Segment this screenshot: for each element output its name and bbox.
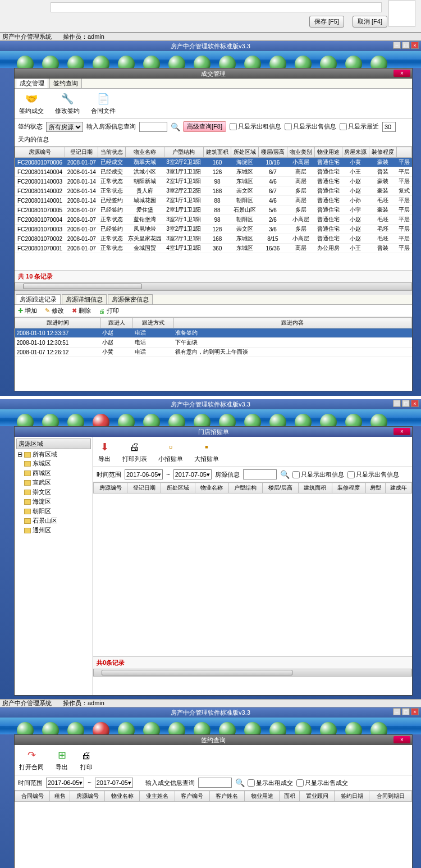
col-header[interactable]: 房源编号: [94, 483, 127, 494]
table-row[interactable]: FC2008011400042008-01-14已经成交洪城小区3室1厅1卫1阳…: [15, 167, 412, 177]
col-header[interactable]: 户型结构: [164, 147, 204, 158]
col-header[interactable]: 户型结构: [228, 483, 262, 494]
table-row[interactable]: 2008-01-07 12:26:12小黄电话很有意向，约到明天上午面谈: [15, 348, 412, 357]
info-input[interactable]: [243, 469, 277, 479]
small-poster-button[interactable]: ▫小招贴单: [156, 439, 185, 464]
export-button[interactable]: ⬇导出: [95, 439, 113, 464]
col-header[interactable]: 置业顾问: [300, 791, 335, 802]
add-button[interactable]: ✚增加: [18, 307, 37, 315]
sign-deal-button[interactable]: 🤝 签约成交: [17, 91, 46, 116]
table-row[interactable]: FC2008010700062008-01-07已经成交翡翠天域3室2厅2卫1阳…: [15, 158, 412, 167]
date-from[interactable]: 2017-06-05 ▾: [125, 469, 163, 479]
minimize-icon[interactable]: –: [393, 400, 401, 407]
tree-node[interactable]: 海淀区: [16, 497, 91, 506]
contract-file-button[interactable]: 📄 合同文件: [89, 91, 118, 116]
close-icon[interactable]: ×: [411, 42, 419, 49]
col-header[interactable]: 物业名称: [126, 147, 164, 158]
chk-rent[interactable]: 只显示出租信息: [230, 122, 281, 131]
print-button[interactable]: 🖨打印: [77, 747, 95, 773]
search-icon[interactable]: 🔍: [280, 470, 289, 479]
close-icon[interactable]: ×: [393, 70, 410, 77]
tab-secret[interactable]: 房源保密信息: [108, 294, 153, 304]
close-icon[interactable]: ×: [393, 428, 410, 435]
tree-node[interactable]: 通州区: [16, 526, 91, 535]
col-header[interactable]: 所处区域: [231, 147, 258, 158]
tab-sign-query[interactable]: 签约查询: [49, 78, 82, 88]
table-row[interactable]: FC2008010700042008-01-07正常状态蓝钻堡湾3室2厅1卫1阳…: [15, 215, 412, 225]
col-header[interactable]: 当前状态: [98, 147, 126, 158]
col-header[interactable]: 面积: [280, 791, 300, 802]
col-header[interactable]: 客户编号: [175, 791, 209, 802]
h-scrollbar[interactable]: [15, 282, 412, 290]
table-row[interactable]: FC2008010700022008-01-07正常状态东关皇家花园3室2厅1卫…: [15, 234, 412, 244]
tree-node[interactable]: 朝阳区: [16, 506, 91, 516]
listing-grid[interactable]: 房源编号登记日期当前状态物业名称户型结构建筑面积所处区域楼层/层高物业类别物业用…: [15, 147, 412, 253]
table-row[interactable]: 2008-01-10 12:33:37小赵电话准备签约: [15, 328, 412, 338]
col-header[interactable]: 房源编号: [15, 147, 65, 158]
table-row[interactable]: FC2008010700012008-01-07正常状态金城国贸4室1厅1卫1阳…: [15, 244, 412, 253]
poster-grid[interactable]: 房源编号登记日期所处区域物业名称户型结构楼层/层高建筑面积装修程度房型建成年: [93, 482, 412, 494]
table-row[interactable]: 2008-01-10 12:30:51小赵电话下午面谈: [15, 338, 412, 348]
print-list-button[interactable]: 🖨打印列表: [120, 439, 149, 464]
search-icon[interactable]: 🔍: [171, 122, 180, 131]
tab-followup[interactable]: 房源跟进记录: [16, 294, 61, 304]
date-to[interactable]: 2017-07-05 ▾: [173, 469, 212, 479]
chk-sale-deal[interactable]: 只显示出售成交: [296, 779, 348, 787]
large-poster-button[interactable]: ▪大招贴单: [192, 439, 221, 464]
col-header[interactable]: 跟进时间: [15, 318, 101, 328]
open-contract-button[interactable]: ↷打开合同: [17, 747, 46, 773]
col-header[interactable]: 客户姓名: [209, 791, 244, 802]
date-to[interactable]: 2017-07-05 ▾: [95, 778, 133, 788]
edit-button[interactable]: ✎修改: [45, 307, 64, 315]
col-header[interactable]: 合同编号: [15, 791, 50, 802]
tree-node[interactable]: 西城区: [16, 468, 91, 478]
table-row[interactable]: FC2008010700032008-01-07已经签约凤凰地带3室2厅1卫1阳…: [15, 225, 412, 234]
edit-sign-button[interactable]: 🔧 修改签约: [53, 91, 82, 116]
col-header[interactable]: 物业用途: [314, 147, 342, 158]
col-header[interactable]: 登记日期: [127, 483, 161, 494]
minimize-icon[interactable]: –: [393, 42, 401, 49]
table-row[interactable]: FC2008010700052008-01-07已经签约爱住堡2室1厅1卫1阳8…: [15, 205, 412, 215]
tree-node[interactable]: 石景山区: [16, 516, 91, 526]
col-header[interactable]: 物业名称: [195, 483, 228, 494]
chk-sale[interactable]: 只显示出售信息: [285, 122, 336, 131]
col-header[interactable]: 合同到期日: [369, 791, 412, 802]
search-icon[interactable]: 🔍: [235, 778, 244, 787]
followup-grid[interactable]: 跟进时间跟进人跟进方式跟进内容2008-01-10 12:33:37小赵电话准备…: [15, 317, 412, 357]
export-button[interactable]: ⊞导出: [53, 747, 71, 773]
maximize-icon[interactable]: □: [402, 708, 410, 715]
col-header[interactable]: 租售: [50, 791, 70, 802]
chk-rent-deal[interactable]: 显示出租成交: [248, 779, 293, 787]
col-header[interactable]: 建筑面积: [204, 147, 231, 158]
col-header[interactable]: 装修程度: [332, 483, 365, 494]
tree-root[interactable]: ⊟所有区域: [16, 450, 91, 459]
col-header[interactable]: 所处区域: [161, 483, 195, 494]
col-header[interactable]: 业主姓名: [140, 791, 175, 802]
col-header[interactable]: 跟进人: [100, 318, 132, 328]
date-from[interactable]: 2017-06-05 ▾: [46, 778, 84, 788]
col-header[interactable]: 签约日期: [335, 791, 369, 802]
col-header[interactable]: 房屋来源: [342, 147, 369, 158]
table-row[interactable]: FC2008011400032008-01-14正常状态朝阳新城2室1厅1卫1阳…: [15, 177, 412, 186]
tree-node[interactable]: 崇文区: [16, 487, 91, 497]
tab-deal-manage[interactable]: 成交管理: [16, 78, 48, 88]
col-header[interactable]: 物业用途: [245, 791, 280, 802]
col-header[interactable]: 跟进方式: [133, 318, 174, 328]
search-input[interactable]: [198, 778, 232, 788]
delete-button[interactable]: ✖删除: [72, 307, 91, 315]
tab-detail[interactable]: 房源详细信息: [62, 294, 107, 304]
col-header[interactable]: 物业类别: [287, 147, 315, 158]
col-header[interactable]: 建成年: [385, 483, 412, 494]
tree-node[interactable]: 宣武区: [16, 478, 91, 487]
col-header[interactable]: 登记日期: [65, 147, 98, 158]
chk-sale[interactable]: 只显示出售信息: [347, 470, 399, 479]
col-header[interactable]: 跟进内容: [173, 318, 411, 328]
close-icon[interactable]: ×: [411, 708, 419, 715]
recent-days-input[interactable]: [382, 122, 396, 132]
search-input[interactable]: [139, 122, 167, 132]
close-icon[interactable]: ×: [411, 400, 419, 407]
print-button[interactable]: 🖨打印: [99, 307, 119, 315]
col-header[interactable]: 建筑面积: [298, 483, 332, 494]
advanced-search-button[interactable]: 高级查询[F8]: [183, 121, 226, 132]
table-row[interactable]: FC2008011400022008-01-14正常状态贵人府3室2厅2卫2阳1…: [15, 186, 412, 196]
